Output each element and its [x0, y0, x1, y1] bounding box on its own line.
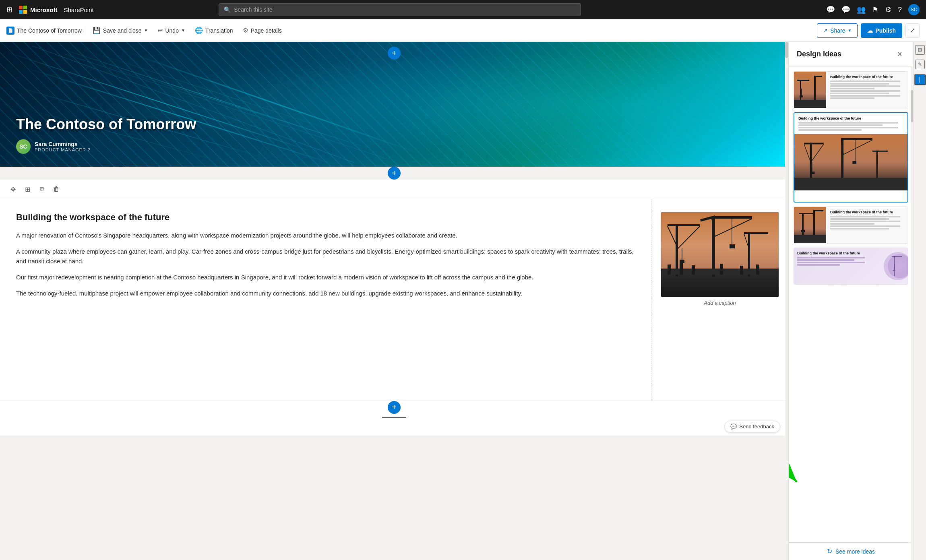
text-line: [830, 95, 900, 97]
logo-quadrant-green: [23, 6, 27, 9]
design-card-4[interactable]: Building the workspace of the future: [794, 248, 908, 285]
text-line: [830, 216, 900, 217]
design-panel-title: Design ideas: [797, 50, 841, 58]
delete-button[interactable]: 🗑: [50, 183, 63, 196]
top-navigation: ⊞ Microsoft SharePoint 🔍 💬 💬 👥 ⚑ ⚙ ? SC: [0, 0, 926, 19]
design-panel-content[interactable]: Building the workspace of the future: [789, 66, 913, 542]
see-more-label: See more ideas: [835, 548, 875, 555]
undo-button[interactable]: ↩ Undo ▼: [153, 23, 189, 38]
help-icon[interactable]: ?: [898, 6, 902, 14]
svg-rect-58: [794, 178, 907, 190]
design-card-4-text: Building the workspace of the future: [794, 248, 872, 284]
svg-rect-69: [892, 256, 902, 257]
design-card-2[interactable]: Building the workspace of the future: [794, 112, 908, 203]
page-title-label: The Contoso of Tomorrow: [17, 27, 82, 34]
share-button[interactable]: ↗ Share ▼: [817, 23, 858, 38]
duplicate-button[interactable]: ⧉: [35, 183, 48, 196]
hero-add-top-button[interactable]: +: [388, 47, 401, 60]
panel-icon-1[interactable]: ⊞: [915, 45, 925, 55]
move-button[interactable]: ✥: [6, 183, 19, 196]
undo-label: Undo: [165, 27, 178, 34]
translation-label: Translation: [205, 27, 233, 34]
logo-quadrant-red: [19, 6, 23, 9]
svg-rect-48: [813, 162, 813, 172]
page-scrollbar-thumb[interactable]: [785, 42, 788, 58]
design-card-1[interactable]: Building the workspace of the future: [794, 71, 908, 108]
page-scrollbar[interactable]: [785, 42, 788, 560]
content-para-3: Our first major redevelopment is nearing…: [16, 273, 635, 282]
design-card-4-svg: [872, 248, 908, 284]
image-caption[interactable]: Add a caption: [661, 300, 779, 306]
text-line: [830, 83, 889, 85]
add-section-bar-top: +: [0, 167, 788, 180]
design-ideas-panel: Design ideas ✕: [788, 42, 913, 560]
text-line: [830, 93, 889, 94]
editor-toolbar: 📄 The Contoso of Tomorrow 💾 Save and clo…: [0, 19, 926, 42]
svg-rect-39: [800, 95, 803, 97]
apps-launcher-button[interactable]: ⊞: [6, 5, 12, 14]
chat-icon[interactable]: 💬: [841, 5, 850, 14]
svg-rect-42: [794, 100, 826, 108]
add-section-top-button[interactable]: +: [388, 167, 401, 180]
tooltip-icon[interactable]: 💬: [826, 5, 835, 14]
hero-content-area: The Contoso of Tomorrow SC Sara Cummings…: [16, 116, 196, 154]
undo-dropdown-icon: ▼: [181, 28, 185, 33]
search-input[interactable]: [234, 6, 576, 13]
hero-author-area: SC Sara Cummings PRODUCT MANAGER 2: [16, 139, 196, 154]
search-bar[interactable]: 🔍: [219, 3, 581, 16]
user-avatar[interactable]: SC: [908, 4, 920, 15]
refresh-icon: ↻: [827, 548, 832, 555]
svg-rect-66: [794, 235, 826, 243]
add-section-bottom-button[interactable]: +: [388, 401, 401, 414]
svg-rect-30: [680, 262, 683, 275]
text-line: [797, 264, 840, 266]
text-line: [830, 221, 900, 222]
panel-icon-3[interactable]: │: [914, 74, 926, 85]
svg-rect-13: [668, 224, 700, 226]
publish-label: Publish: [875, 27, 896, 34]
save-dropdown-icon: ▼: [144, 28, 148, 33]
edit-layout-button[interactable]: ⊞: [21, 183, 34, 196]
svg-rect-51: [841, 138, 872, 140]
translation-button[interactable]: 🌐 Translation: [191, 23, 237, 38]
content-section: ✥ ⊞ ⧉ 🗑 Building the workspace of the fu…: [0, 180, 788, 401]
content-para-2: A community plaza where employees can ga…: [16, 247, 635, 266]
page-details-icon: ⚙: [243, 27, 248, 34]
text-line: [830, 228, 889, 229]
design-panel-footer: ↻ See more ideas: [789, 542, 913, 560]
design-card-1-title: Building the workspace of the future: [830, 75, 904, 79]
panel-icon-2[interactable]: ✎: [915, 60, 925, 69]
expand-button[interactable]: ⤢: [905, 23, 920, 38]
send-feedback-button[interactable]: 💬 Send feedback: [724, 421, 780, 432]
content-right-column[interactable]: Add a caption: [651, 199, 788, 401]
author-avatar-initials: SC: [16, 139, 31, 154]
design-panel-close-button[interactable]: ✕: [894, 48, 905, 60]
svg-rect-26: [744, 232, 768, 234]
svg-rect-33: [740, 266, 743, 275]
design-panel-scroll-thumb[interactable]: [911, 90, 913, 122]
svg-rect-31: [692, 265, 695, 275]
text-line: [797, 262, 865, 263]
design-card-4-title: Building the workspace of the future: [797, 251, 868, 255]
people-icon[interactable]: 👥: [857, 5, 866, 14]
page-details-button[interactable]: ⚙ Page details: [239, 23, 286, 38]
text-line: [798, 122, 898, 124]
save-close-button[interactable]: 💾 Save and close ▼: [89, 23, 152, 38]
page-editor[interactable]: + The Contoso of Tomorrow SC Sara Cummin…: [0, 42, 788, 560]
hero-section[interactable]: + The Contoso of Tomorrow SC Sara Cummin…: [0, 42, 788, 167]
svg-rect-71: [893, 270, 895, 271]
svg-rect-16: [682, 248, 682, 260]
design-card-3[interactable]: Building the workspace of the future: [794, 207, 908, 244]
design-card-2-inner: Building the workspace of the future: [794, 113, 907, 202]
see-more-ideas-button[interactable]: ↻ See more ideas: [827, 548, 875, 555]
content-left-column[interactable]: Building the workspace of the future A m…: [0, 199, 651, 401]
publish-button[interactable]: ☁ Publish: [861, 23, 902, 38]
add-section-bar-bottom: +: [0, 401, 788, 413]
page-name-area: 📄 The Contoso of Tomorrow: [6, 27, 82, 35]
flag-icon[interactable]: ⚑: [872, 5, 878, 14]
crane-svg: [661, 212, 779, 297]
bottom-bar: ✕ 💬 Send feedback: [0, 413, 788, 436]
svg-rect-57: [872, 151, 888, 152]
settings-icon[interactable]: ⚙: [885, 5, 891, 14]
design-panel-scrollbar[interactable]: [911, 66, 913, 560]
